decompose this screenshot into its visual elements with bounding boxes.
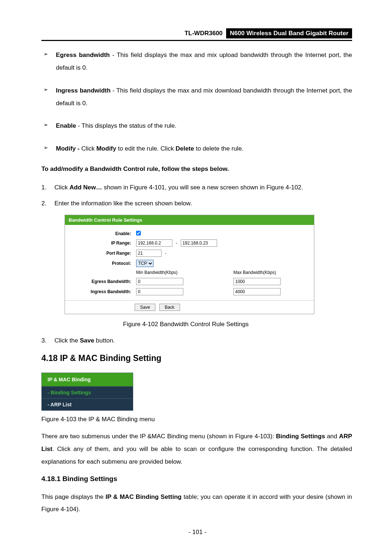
bullet-arrow-icon: ➢ (44, 143, 56, 155)
bullet-modify: ➢ Modify - Click Modify to edit the rule… (44, 143, 352, 155)
bullet-enable: ➢ Enable - This displays the status of t… (44, 120, 352, 132)
figure-4-102: Bandwidth Control Rule Settings Enable: … (65, 215, 352, 314)
page-number: - 101 - (41, 529, 354, 536)
ingress-min-input[interactable] (136, 288, 183, 295)
panel-title: Bandwidth Control Rule Settings (65, 215, 314, 225)
portrange-label: Port Range: (65, 248, 134, 258)
paragraph-submenus: There are two submenus under the IP &MAC… (41, 430, 352, 468)
egress-max-input[interactable] (233, 278, 281, 285)
bullet-arrow-icon: ➢ (44, 85, 56, 110)
back-button[interactable]: Back (159, 304, 180, 311)
enable-label: Enable: (65, 229, 134, 238)
section-4-18-1-heading: 4.18.1 Binding Settings (41, 475, 352, 483)
max-bw-header: Max Bandwidth(Kbps) (231, 268, 314, 276)
bullet-arrow-icon: ➢ (44, 49, 56, 74)
iprange-label: IP Range: (65, 238, 134, 248)
min-bw-header: Min Bandwidth(Kbps) (134, 268, 217, 276)
header-title: N600 Wireless Dual Band Gigabit Router (226, 28, 352, 38)
figure-4-103-caption: Figure 4-103 the IP & MAC Binding menu (41, 416, 352, 423)
step-1: 1. Click Add New… shown in Figure 4-101,… (41, 181, 352, 194)
menu-binding-settings[interactable]: - Binding Settings (42, 386, 133, 398)
ingress-max-input[interactable] (233, 288, 281, 295)
header-bar: TL-WDR3600 N600 Wireless Dual Band Gigab… (41, 28, 352, 41)
bullet-arrow-icon: ➢ (44, 120, 56, 132)
egress-label: Egress Bandwidth: (65, 276, 134, 287)
paragraph-binding-settings: This page displays the IP & MAC Binding … (41, 491, 352, 516)
ip-mac-menu: IP & MAC Binding - Binding Settings - AR… (41, 373, 133, 411)
ingress-label: Ingress Bandwidth: (65, 287, 134, 297)
section-4-18-heading: 4.18 IP & MAC Binding Setting (41, 353, 352, 363)
ip-start-input[interactable] (136, 239, 172, 247)
bandwidth-control-panel: Bandwidth Control Rule Settings Enable: … (65, 215, 314, 314)
enable-checkbox[interactable] (136, 231, 141, 235)
bullet-ingress: ➢ Ingress bandwidth - This field display… (44, 85, 352, 110)
instruction-heading: To add/modify a Bandwidth Control rule, … (41, 165, 352, 173)
protocol-label: Protocol: (65, 258, 134, 268)
step-3: 3. Click the Save button. (41, 335, 352, 347)
menu-arp-list[interactable]: - ARP List (42, 398, 133, 410)
protocol-select[interactable]: TCP (136, 260, 154, 267)
figure-4-102-caption: Figure 4-102 Bandwidth Control Rule Sett… (20, 321, 352, 328)
header-model: TL-WDR3600 (184, 30, 222, 37)
egress-min-input[interactable] (136, 278, 183, 285)
menu-head[interactable]: IP & MAC Binding (42, 373, 133, 386)
bullet-egress: ➢ Egress bandwidth - This field displays… (44, 49, 352, 74)
port-start-input[interactable] (136, 250, 162, 257)
ip-end-input[interactable] (181, 239, 217, 247)
step-2: 2. Enter the information like the screen… (41, 197, 352, 210)
save-button[interactable]: Save (135, 304, 155, 311)
